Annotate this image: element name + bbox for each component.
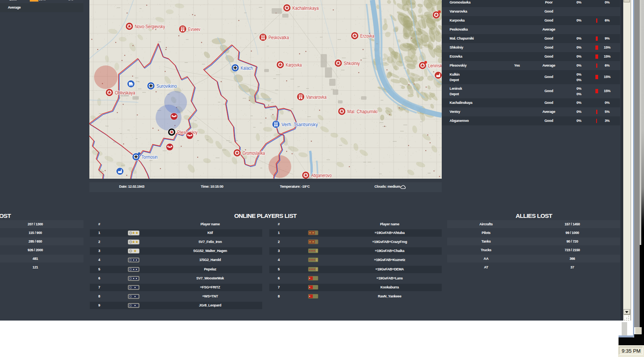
svg-text:Shkolniy: Shkolniy (344, 61, 360, 66)
svg-text:Peskovatka: Peskovatka (268, 35, 289, 40)
svg-text:Kachalinskaya: Kachalinskaya (292, 5, 319, 11)
svg-text:Verh. Tsaritsinsky: Verh. Tsaritsinsky (281, 122, 318, 127)
svg-text:Evseev: Evseev (188, 27, 201, 32)
svg-text:Novo-Sergievsky: Novo-Sergievsky (135, 24, 165, 29)
svg-text:Karpovka: Karpovka (286, 62, 302, 68)
svg-text:Erzovka: Erzovka (360, 33, 374, 39)
svg-text:Kalach: Kalach (241, 65, 253, 71)
svg-text:Tormosin: Tormosin (141, 154, 158, 160)
svg-text:Oblivskaya: Oblivskaya (115, 90, 135, 96)
svg-text:Abganerovo: Abganerovo (311, 173, 332, 178)
svg-text:Leninsk: Leninsk (428, 63, 442, 69)
svg-text:Varvarovka: Varvarovka (306, 94, 327, 100)
svg-text:Gromoslavka: Gromoslavka (243, 150, 265, 156)
svg-text:Surovikino: Surovikino (156, 83, 177, 89)
svg-text:Mal. Chapurniki: Mal. Chapurniki (347, 109, 377, 114)
